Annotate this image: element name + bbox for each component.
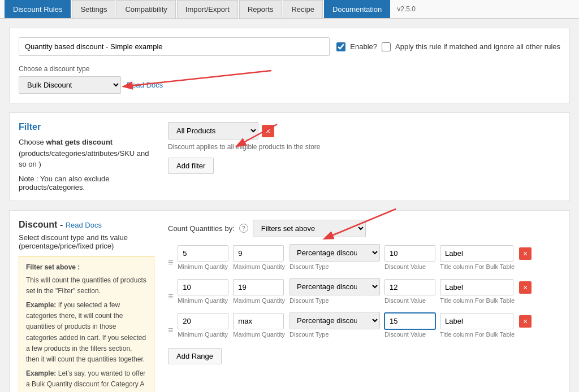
drag-handle-2[interactable]: ≡	[168, 291, 173, 304]
discount-value-input-1[interactable]	[384, 245, 435, 262]
discount-value-input-3[interactable]	[384, 313, 435, 329]
info-box: Filter set above : This will count the q…	[19, 256, 154, 393]
discount-type-select-2[interactable]: Percentage discount Fixed discount Fixed…	[290, 278, 380, 295]
min-qty-input-3[interactable]	[178, 313, 228, 329]
max-qty-label-3: Maximum Quantity	[233, 331, 285, 338]
discount-type-field-1: Percentage discount Fixed discount Fixed…	[290, 244, 380, 270]
range-row-1: ≡ Minimum Quantity Maximum Quantity Perc…	[168, 244, 560, 270]
min-qty-field-1: Minimum Quantity	[178, 245, 228, 270]
discount-type-label-1: Discount Type	[290, 263, 380, 270]
discount-type-select[interactable]: Bulk Discount Percentage Discount Fixed …	[19, 76, 121, 94]
discount-value-field-3: Discount Value	[384, 313, 435, 338]
discount-type-label-2: Discount Type	[290, 297, 380, 304]
count-qty-row: Count Quantities by: ? Filters set above…	[168, 220, 560, 237]
tabs-bar: Discount Rules Settings Compatibility Im…	[0, 0, 579, 19]
remove-range-button-1[interactable]: ×	[519, 247, 532, 260]
max-qty-label-1: Maximum Quantity	[233, 263, 285, 270]
max-qty-label-2: Maximum Quantity	[233, 297, 285, 304]
remove-range-button-3[interactable]: ×	[519, 315, 532, 328]
tab-import-export[interactable]: Import/Export	[177, 0, 238, 18]
rule-name-row: Enable? Apply this rule if matched and i…	[19, 37, 560, 56]
discount-title: Discount - Read Docs	[19, 220, 154, 230]
discount-desc: Select discount type and its value (perc…	[19, 233, 154, 250]
info-text1: This will count the quantities of produc…	[26, 275, 147, 297]
rule-name-input[interactable]	[19, 37, 330, 56]
label-field-1: Title column For Bulk Table	[440, 245, 515, 270]
tab-reports[interactable]: Reports	[239, 0, 282, 18]
count-qty-label: Count Quantities by:	[168, 224, 235, 233]
label-field-2: Title column For Bulk Table	[440, 279, 515, 304]
discount-type-field-2: Percentage discount Fixed discount Fixed…	[290, 278, 380, 304]
range-row-2: ≡ Minimum Quantity Maximum Quantity Perc…	[168, 278, 560, 304]
discount-value-label-2: Discount Value	[384, 297, 435, 304]
count-qty-info-icon: ?	[239, 224, 248, 233]
title-col-label-3: Title column For Bulk Table	[440, 331, 515, 338]
info-example2: Example: Let's say, you wanted to offer …	[26, 368, 147, 392]
enable-row: Enable? Apply this rule if matched and i…	[336, 42, 560, 51]
tab-discount-rules[interactable]: Discount Rules	[5, 0, 71, 18]
count-qty-select[interactable]: Filters set above All Products Each Prod…	[253, 220, 366, 237]
ignore-rule-checkbox[interactable]	[382, 42, 391, 51]
max-qty-input-3[interactable]	[233, 313, 284, 329]
label-input-2[interactable]	[440, 279, 513, 295]
tab-compatibility[interactable]: Compatibility	[116, 0, 175, 18]
filter-note: Note : You can also exclude products/cat…	[19, 175, 154, 191]
min-qty-label-2: Minimum Quantity	[178, 297, 228, 304]
discount-card: Discount - Read Docs Select discount typ…	[9, 210, 570, 393]
label-field-3: Title column For Bulk Table	[440, 313, 515, 338]
tab-documentation[interactable]: Documentation	[324, 0, 390, 18]
range-row-3: ≡ Minimum Quantity Maximum Quantity Perc…	[168, 312, 560, 338]
drag-handle-1[interactable]: ≡	[168, 258, 173, 270]
add-filter-button[interactable]: Add filter	[168, 158, 214, 174]
tab-recipe[interactable]: Recipe	[283, 0, 322, 18]
filter-title: Filter	[19, 122, 154, 132]
info-example1-text: If you selected a few categories there, …	[26, 301, 146, 363]
discount-value-field-1: Discount Value	[384, 245, 435, 270]
info-example1-label: Example:	[26, 301, 56, 309]
discount-left: Discount - Read Docs Select discount typ…	[19, 220, 154, 393]
discount-type-label: Choose a discount type	[19, 65, 560, 73]
discount-type-row: Bulk Discount Percentage Discount Fixed …	[19, 76, 560, 94]
max-qty-field-1: Maximum Quantity	[233, 245, 285, 270]
info-box-title: Filter set above :	[26, 262, 147, 273]
main-content: Enable? Apply this rule if matched and i…	[0, 19, 579, 392]
discount-type-field-3: Percentage discount Fixed discount Fixed…	[290, 312, 380, 338]
min-qty-input-2[interactable]	[178, 279, 228, 295]
discount-type-label-3: Discount Type	[290, 331, 380, 338]
discount-value-input-2[interactable]	[384, 279, 435, 295]
all-products-select[interactable]: All Products Categories Products SKU	[168, 122, 258, 140]
discount-type-select-1[interactable]: Percentage discount Fixed discount Fixed…	[290, 244, 380, 262]
filter-applies-text: Discount applies to all eligible product…	[168, 143, 560, 151]
remove-filter-button[interactable]: ×	[262, 125, 274, 137]
discount-type-section: Choose a discount type Bulk Discount Per…	[19, 65, 560, 94]
version-label: v2.5.0	[397, 5, 416, 13]
title-col-label-1: Title column For Bulk Table	[440, 263, 515, 270]
max-qty-input-2[interactable]	[233, 279, 284, 295]
enable-label: Enable?	[350, 42, 377, 51]
tab-settings[interactable]: Settings	[72, 0, 115, 18]
ignore-label: Apply this rule if matched and ignore al…	[395, 42, 560, 51]
filter-card: Filter Choose what gets discount (produc…	[9, 112, 570, 201]
filter-desc-bold: what gets discount	[46, 138, 113, 146]
drag-handle-3[interactable]: ≡	[168, 325, 173, 338]
discount-section: Discount - Read Docs Select discount typ…	[19, 220, 560, 393]
min-qty-field-3: Minimum Quantity	[178, 313, 228, 338]
filter-section: Filter Choose what gets discount (produc…	[19, 122, 560, 191]
discount-read-docs-link[interactable]: Read Docs	[66, 221, 102, 229]
min-qty-input-1[interactable]	[178, 245, 228, 262]
add-range-button[interactable]: Add Range	[168, 348, 222, 364]
remove-range-button-2[interactable]: ×	[519, 281, 532, 294]
filter-desc: Choose what gets discount (products/cate…	[19, 137, 154, 170]
read-docs-link[interactable]: Read Docs	[127, 81, 163, 89]
rule-name-card: Enable? Apply this rule if matched and i…	[9, 28, 570, 103]
filter-right: All Products Categories Products SKU × D…	[168, 122, 560, 191]
max-qty-input-1[interactable]	[233, 245, 284, 262]
enable-checkbox[interactable]	[336, 42, 345, 51]
label-input-1[interactable]	[440, 245, 513, 262]
discount-right: Count Quantities by: ? Filters set above…	[168, 220, 560, 393]
discount-type-select-3[interactable]: Percentage discount Fixed discount Fixed…	[290, 312, 380, 329]
filter-desc-part1: Choose	[19, 138, 46, 146]
max-qty-field-2: Maximum Quantity	[233, 279, 285, 304]
label-input-3[interactable]	[440, 313, 513, 329]
title-col-label-2: Title column For Bulk Table	[440, 297, 515, 304]
